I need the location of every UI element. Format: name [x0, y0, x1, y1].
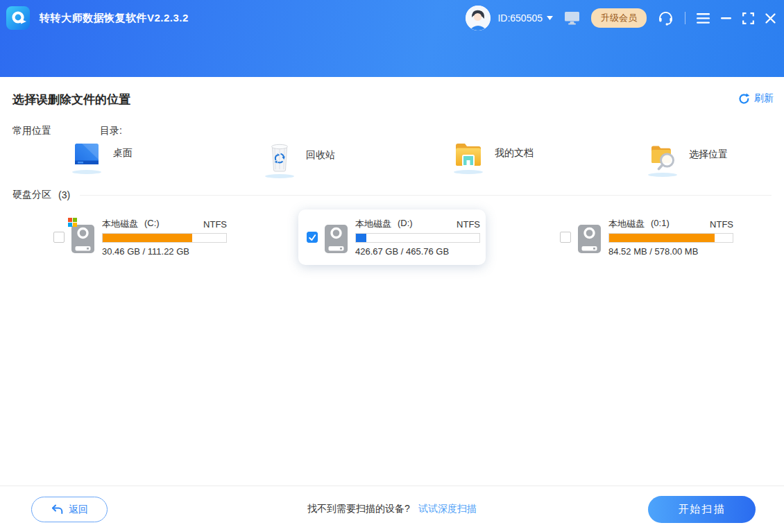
- titlebar-divider: [685, 12, 685, 24]
- display-icon[interactable]: [564, 11, 580, 25]
- drive-icon: [577, 221, 602, 254]
- drive-icon: [71, 221, 96, 254]
- disk-label: 本地磁盘: [102, 218, 138, 230]
- disk-label: 本地磁盘: [608, 218, 645, 230]
- maximize-icon[interactable]: [742, 12, 754, 24]
- disk-drive-letter: (C:): [144, 218, 160, 230]
- disk-info: 本地磁盘 (D:) NTFS 426.67 GB / 465.76 GB: [355, 218, 480, 257]
- partitions-count: (3): [58, 189, 70, 200]
- disk-usage-bar-fill: [103, 234, 192, 242]
- disk-filesystem: NTFS: [457, 219, 480, 230]
- close-icon[interactable]: [765, 13, 776, 24]
- disk-info: 本地磁盘 (C:) NTFS 30.46 GB / 111.22 GB: [102, 218, 227, 257]
- my-documents-icon: [454, 141, 483, 174]
- customer-support-icon[interactable]: [658, 10, 674, 26]
- header-bar: 转转大师数据恢复软件V2.2.3.2 ID:650505: [0, 0, 784, 77]
- disk-checkbox[interactable]: [53, 232, 65, 243]
- icon-shadow: [454, 170, 483, 174]
- back-button[interactable]: 返回: [31, 497, 108, 522]
- partitions-label: 硬盘分区: [12, 189, 51, 201]
- user-avatar[interactable]: [466, 6, 491, 31]
- menu-icon[interactable]: [697, 13, 710, 24]
- disk-checkbox[interactable]: [560, 232, 571, 243]
- disk-usage-bar: [102, 233, 227, 243]
- chevron-down-icon: [547, 16, 553, 20]
- location-label: 选择位置: [689, 148, 728, 171]
- disk-filesystem: NTFS: [203, 219, 227, 230]
- user-id-dropdown[interactable]: ID:650505: [497, 12, 553, 24]
- minimize-icon[interactable]: [721, 17, 731, 19]
- disk-drive-letter: (D:): [398, 218, 413, 230]
- back-label: 返回: [69, 504, 88, 516]
- partitions-divider: [80, 195, 772, 196]
- drive-icon: [324, 221, 349, 254]
- disk-card-d[interactable]: 本地磁盘 (D:) NTFS 426.67 GB / 465.76 GB: [298, 209, 486, 265]
- disk-usage-bar: [608, 233, 733, 243]
- common-locations-label: 常用位置: [12, 125, 51, 137]
- choose-location-icon: [648, 141, 677, 177]
- undo-arrow-icon: [51, 504, 63, 515]
- refresh-label: 刷新: [754, 92, 774, 105]
- disk-drive-letter: (0:1): [651, 218, 670, 230]
- partitions-header: 硬盘分区 (3): [12, 189, 772, 201]
- disk-card-c[interactable]: 本地磁盘 (C:) NTFS 30.46 GB / 111.22 GB: [45, 209, 232, 265]
- windows-logo-icon: [68, 218, 77, 227]
- icon-shadow: [648, 173, 677, 177]
- location-label: 我的文档: [495, 147, 534, 169]
- disk-usage-bar-fill: [609, 234, 715, 242]
- start-scan-button[interactable]: 开始扫描: [648, 496, 756, 523]
- deep-scan-link[interactable]: 试试深度扫描: [418, 503, 477, 515]
- footer-hint: 找不到需要扫描的设备? 试试深度扫描: [307, 503, 477, 515]
- refresh-icon: [738, 93, 750, 105]
- location-label: 回收站: [306, 149, 335, 171]
- section-labels: 常用位置 目录:: [12, 125, 122, 137]
- location-choose[interactable]: 选择位置: [648, 141, 728, 177]
- disk-filesystem: NTFS: [710, 219, 733, 230]
- disk-usage-bar-fill: [356, 234, 366, 242]
- refresh-button[interactable]: 刷新: [738, 92, 774, 105]
- disk-usage-bar: [355, 233, 480, 243]
- hint-text: 找不到需要扫描的设备?: [307, 503, 410, 515]
- location-recycle-bin[interactable]: 回收站: [265, 141, 335, 178]
- disk-checkbox[interactable]: [307, 232, 318, 243]
- check-icon: [308, 234, 316, 241]
- page-title: 选择误删除文件的位置: [12, 92, 130, 108]
- location-label: 桌面: [113, 147, 133, 169]
- location-my-documents[interactable]: 我的文档: [454, 141, 534, 174]
- titlebar-controls: ID:650505 升级会员: [466, 0, 776, 36]
- footer-bar: 返回 找不到需要扫描的设备? 试试深度扫描 开始扫描: [0, 486, 784, 532]
- disk-card-0-1[interactable]: 本地磁盘 (0:1) NTFS 84.52 MB / 578.00 MB: [552, 209, 739, 265]
- icon-shadow: [265, 174, 294, 178]
- app-logo-icon: [6, 6, 31, 31]
- desktop-icon: [72, 141, 101, 174]
- location-desktop[interactable]: 桌面: [72, 141, 133, 174]
- recycle-bin-icon: [265, 141, 294, 178]
- main-content: 选择误删除文件的位置 刷新 常用位置 目录: 桌面: [0, 77, 784, 486]
- disk-usage-text: 84.52 MB / 578.00 MB: [608, 246, 698, 257]
- disk-usage-text: 426.67 GB / 465.76 GB: [355, 246, 449, 257]
- disk-info: 本地磁盘 (0:1) NTFS 84.52 MB / 578.00 MB: [608, 218, 733, 257]
- titlebar: 转转大师数据恢复软件V2.2.3.2 ID:650505: [0, 0, 784, 36]
- user-id: ID:650505: [497, 12, 543, 24]
- disk-label: 本地磁盘: [355, 218, 391, 230]
- icon-shadow: [72, 170, 101, 174]
- app-title: 转转大师数据恢复软件V2.2.3.2: [40, 12, 189, 25]
- directory-label: 目录:: [100, 125, 122, 137]
- disk-usage-text: 30.46 GB / 111.22 GB: [102, 246, 189, 257]
- upgrade-member-button[interactable]: 升级会员: [591, 8, 647, 28]
